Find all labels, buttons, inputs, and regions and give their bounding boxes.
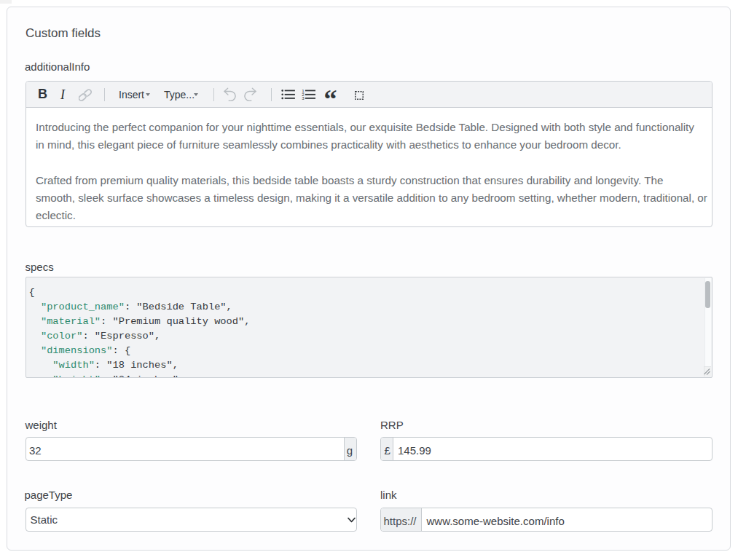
svg-text:3: 3 (302, 95, 305, 100)
